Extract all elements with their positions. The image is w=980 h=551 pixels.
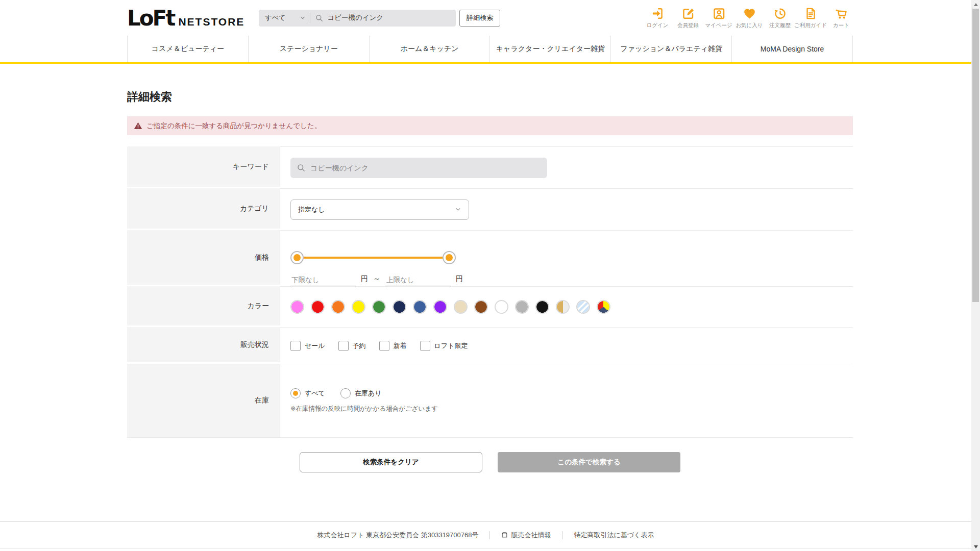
price-range-slider	[290, 251, 456, 264]
favorites-label: お気に入り	[736, 22, 763, 29]
color-swatch-brown[interactable]	[474, 300, 488, 314]
vertical-scrollbar[interactable]	[971, 0, 980, 551]
price-min-unit: 円	[361, 274, 368, 286]
color-swatch-gold-silver[interactable]	[556, 300, 570, 314]
scrollbar-thumb[interactable]	[972, 9, 979, 302]
order-history-link[interactable]: 注文履歴	[768, 7, 792, 29]
color-swatch-clear[interactable]	[576, 300, 590, 314]
checkbox-reservation-box[interactable]	[338, 341, 349, 351]
cart-icon	[835, 7, 848, 20]
search-condition-form: キーワード カテゴリ 指定なし	[127, 146, 853, 438]
header-search-area: すべて 詳細検索	[259, 10, 500, 27]
detail-search-button[interactable]: 詳細検索	[459, 10, 500, 27]
color-swatch-orange[interactable]	[331, 300, 345, 314]
mypage-label: マイページ	[705, 22, 732, 29]
login-icon	[651, 7, 665, 20]
form-actions: 検索条件をクリア この条件で検索する	[127, 452, 853, 472]
footer: 株式会社ロフト 東京都公安委員会 第303319700768号 販売会社情報 特…	[0, 521, 971, 548]
color-swatch-black[interactable]	[535, 300, 549, 314]
nav-item-cosme[interactable]: コスメ＆ビューティー	[127, 36, 248, 62]
color-row: カラー	[127, 286, 853, 327]
price-label: 価格	[127, 230, 280, 286]
heart-icon	[743, 7, 756, 20]
color-swatch-red[interactable]	[311, 300, 325, 314]
register-icon	[681, 7, 695, 20]
mypage-icon	[712, 7, 726, 20]
stock-label: 在庫	[127, 364, 280, 437]
price-max-input[interactable]	[385, 274, 451, 286]
checkbox-loft-limited-label: ロフト限定	[434, 341, 468, 350]
legal-notice-link[interactable]: 特定商取引法に基づく表示	[574, 531, 654, 540]
color-swatch-pink[interactable]	[290, 300, 304, 314]
price-min-input[interactable]	[290, 274, 356, 286]
register-link[interactable]: 会員登録	[676, 7, 700, 29]
keyword-input[interactable]	[310, 164, 541, 172]
price-row: 価格 円 ～ 円	[127, 230, 853, 286]
nav-item-fashion[interactable]: ファッション＆バラエティ雑貨	[610, 36, 731, 62]
register-label: 会員登録	[677, 22, 699, 29]
scrollbar-down-arrow[interactable]	[971, 542, 980, 551]
radio-stock-available[interactable]: 在庫あり	[340, 388, 382, 398]
sales-status-row: 販売状況 セール 予約 新着	[127, 327, 853, 364]
checkbox-sale-box[interactable]	[290, 341, 301, 351]
stock-row: 在庫 すべて 在庫あり ※在庫情報の反映に時間がかかる場合がございます	[127, 364, 853, 437]
mypage-link[interactable]: マイページ	[707, 7, 730, 29]
loft-logo[interactable]: LoFt NETSTORE	[127, 6, 244, 31]
checkbox-loft-limited[interactable]: ロフト限定	[420, 341, 468, 351]
cart-link[interactable]: カート	[829, 7, 853, 29]
color-swatch-gray[interactable]	[515, 300, 529, 314]
no-results-error-banner: ご指定の条件に一致する商品が見つかりませんでした。	[127, 116, 853, 135]
checkbox-loft-limited-box[interactable]	[420, 341, 430, 351]
nav-item-stationery[interactable]: ステーショナリー	[248, 36, 369, 62]
search-with-conditions-button[interactable]: この条件で検索する	[498, 452, 680, 472]
category-selected-value: 指定なし	[298, 205, 325, 214]
checkbox-reservation[interactable]: 予約	[338, 341, 366, 351]
color-swatch-navy[interactable]	[393, 300, 406, 314]
color-swatch-yellow[interactable]	[352, 300, 365, 314]
radio-stock-all-button[interactable]	[290, 388, 301, 398]
nav-item-character[interactable]: キャラクター・クリエイター雑貨	[489, 36, 610, 62]
clear-conditions-button[interactable]: 検索条件をクリア	[300, 452, 482, 472]
guide-link[interactable]: ご利用ガイド	[799, 7, 822, 29]
checkbox-new-box[interactable]	[379, 341, 389, 351]
header-quick-links: ログイン 会員登録 マイページ	[646, 7, 853, 29]
stock-note: ※在庫情報の反映に時間がかかる場合がございます	[290, 405, 438, 413]
store-icon	[501, 532, 508, 538]
color-swatch-white[interactable]	[495, 300, 508, 314]
price-slider-max-handle[interactable]	[443, 251, 456, 264]
footer-company-text: 株式会社ロフト 東京都公安委員会 第303319700768号	[317, 531, 479, 540]
nav-underline	[0, 62, 971, 64]
checkbox-reservation-label: 予約	[353, 341, 366, 350]
header-search-input[interactable]	[327, 14, 456, 22]
sales-status-options: セール 予約 新着 ロフト限定	[290, 341, 468, 351]
price-slider-min-handle[interactable]	[290, 251, 304, 264]
login-link[interactable]: ログイン	[646, 7, 669, 29]
nav-item-home-kitchen[interactable]: ホーム＆キッチン	[369, 36, 490, 62]
price-inputs: 円 ～ 円	[290, 271, 463, 286]
radio-stock-all-label: すべて	[305, 389, 325, 398]
search-category-dropdown[interactable]: すべて	[259, 10, 310, 27]
checkbox-new[interactable]: 新着	[379, 341, 407, 351]
radio-stock-available-button[interactable]	[340, 388, 351, 398]
color-swatch-beige[interactable]	[454, 300, 468, 314]
search-category-value: すべて	[265, 13, 285, 22]
favorites-link[interactable]: お気に入り	[738, 7, 761, 29]
scrollbar-up-arrow[interactable]	[971, 0, 980, 9]
color-swatches	[290, 300, 610, 314]
sales-company-info-link[interactable]: 販売会社情報	[501, 531, 551, 540]
legal-notice-label: 特定商取引法に基づく表示	[574, 531, 654, 540]
checkbox-sale[interactable]: セール	[290, 341, 325, 351]
category-select[interactable]: 指定なし	[290, 199, 469, 220]
color-swatch-purple[interactable]	[433, 300, 447, 314]
chevron-down-icon	[300, 15, 306, 21]
logo-netstore-text: NETSTORE	[178, 16, 244, 28]
color-swatch-green[interactable]	[372, 300, 386, 314]
color-swatch-blue[interactable]	[413, 300, 427, 314]
color-swatch-multicolor[interactable]	[597, 300, 610, 314]
sales-company-info-label: 販売会社情報	[511, 531, 551, 540]
advanced-search-page: LoFt NETSTORE すべて	[0, 0, 980, 551]
footer-divider	[562, 531, 562, 539]
nav-item-moma[interactable]: MoMA Design Store	[731, 36, 853, 62]
radio-stock-all[interactable]: すべて	[290, 388, 325, 398]
color-label: カラー	[127, 286, 280, 327]
